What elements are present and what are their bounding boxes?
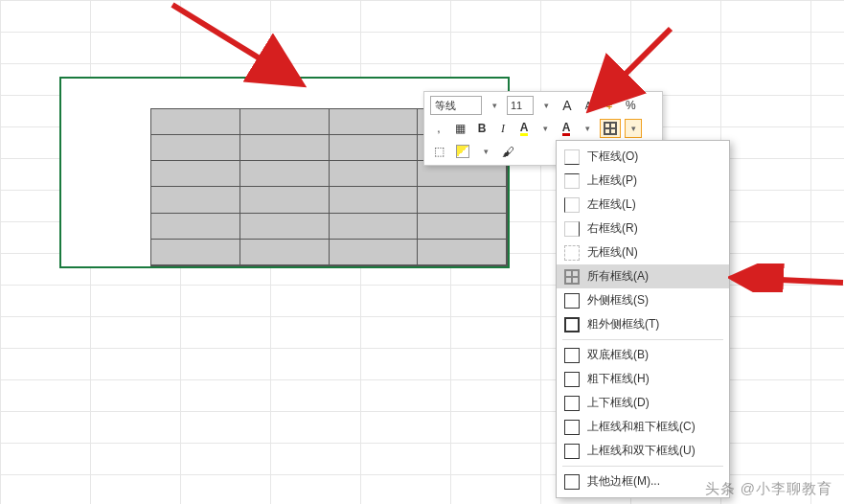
border-outside-icon — [564, 293, 580, 309]
font-color-button[interactable]: A — [558, 119, 575, 138]
menu-item-label: 粗外侧框线(T) — [587, 316, 659, 332]
menu-separator — [562, 339, 723, 340]
menu-item-topbottom[interactable]: 上下框线(D) — [557, 391, 729, 415]
fill-color-button[interactable] — [452, 142, 473, 161]
menu-item-none[interactable]: 无框线(N) — [557, 241, 729, 264]
menu-item-label: 右框线(R) — [587, 220, 638, 237]
highlight-dropdown-icon[interactable]: ▾ — [536, 119, 554, 138]
border-right-icon — [564, 221, 580, 237]
menu-item-thick[interactable]: 粗外侧框线(T) — [557, 312, 729, 336]
percent-button[interactable]: % — [622, 96, 640, 115]
bold-button[interactable]: B — [473, 119, 490, 138]
merge-button[interactable]: ⬚ — [430, 142, 448, 161]
border-top-icon — [564, 173, 580, 189]
menu-item-label: 上框线和双下框线(U) — [587, 443, 696, 459]
menu-item-right[interactable]: 右框线(R) — [557, 217, 729, 241]
menu-item-label: 下框线(O) — [587, 149, 638, 165]
border-topbottom-icon — [564, 396, 580, 411]
menu-item-topthickbottom[interactable]: 上框线和粗下框线(C) — [557, 415, 729, 439]
menu-item-label: 上框线(P) — [587, 172, 637, 189]
menu-item-label: 粗下框线(H) — [587, 371, 650, 387]
border-thick-icon — [564, 317, 580, 332]
menu-item-label: 上框线和粗下框线(C) — [587, 419, 696, 435]
menu-item-bottom[interactable]: 下框线(O) — [557, 145, 729, 169]
menu-item-label: 其他边框(M)... — [587, 473, 660, 490]
font-size-dropdown-icon[interactable]: ▾ — [537, 96, 555, 115]
shrink-font-button[interactable]: A — [580, 96, 597, 115]
font-name-dropdown-icon[interactable]: ▾ — [486, 96, 503, 115]
menu-item-label: 外侧框线(S) — [587, 292, 649, 309]
borders-button[interactable] — [600, 119, 621, 138]
menu-item-label: 上下框线(D) — [587, 395, 650, 411]
menu-item-label: 双底框线(B) — [587, 347, 649, 363]
borders-dropdown-menu: 下框线(O)上框线(P)左框线(L)右框线(R)无框线(N)所有框线(A)外侧框… — [556, 140, 730, 498]
border-grid-icon — [604, 122, 617, 135]
menu-item-label: 所有框线(A) — [587, 268, 649, 285]
menu-item-top[interactable]: 上框线(P) — [557, 169, 729, 193]
watermark-text: 头条 @小李聊教育 — [705, 480, 833, 498]
border-none-icon — [564, 245, 580, 261]
fill-color-dropdown-icon[interactable]: ▾ — [477, 142, 494, 161]
paint-bucket-icon — [456, 145, 469, 158]
decimal-button[interactable]: ▦ — [451, 119, 469, 138]
menu-separator — [562, 466, 723, 467]
border-more-icon — [564, 474, 580, 490]
comma-button[interactable]: , — [430, 119, 447, 138]
menu-item-all[interactable]: 所有框线(A) — [557, 264, 729, 288]
font-size-select[interactable]: 11 — [507, 96, 534, 115]
border-dblbottom-icon — [564, 348, 580, 363]
italic-button[interactable]: I — [494, 119, 512, 138]
borders-dropdown-icon[interactable]: ▾ — [625, 119, 642, 138]
font-color-dropdown-icon[interactable]: ▾ — [579, 119, 596, 138]
font-name-select[interactable]: 等线 — [430, 96, 482, 115]
menu-item-outside[interactable]: 外侧框线(S) — [557, 288, 729, 312]
currency-button[interactable]: ¥ — [601, 96, 618, 115]
menu-item-label: 无框线(N) — [587, 244, 638, 261]
menu-item-dblbottom[interactable]: 双底框线(B) — [557, 343, 729, 367]
menu-item-left[interactable]: 左框线(L) — [557, 193, 729, 217]
border-thickbottom-icon — [564, 372, 580, 387]
border-topdblbottom-icon — [564, 444, 580, 459]
border-all-icon — [564, 269, 580, 285]
menu-item-thickbottom[interactable]: 粗下框线(H) — [557, 367, 729, 391]
border-left-icon — [564, 197, 580, 213]
format-painter-button[interactable]: 🖌 — [498, 142, 518, 161]
border-topthickbottom-icon — [564, 420, 580, 435]
menu-item-topdblbottom[interactable]: 上框线和双下框线(U) — [557, 439, 729, 463]
border-bottom-icon — [564, 149, 580, 165]
grow-font-button[interactable]: A — [559, 96, 576, 115]
highlight-button[interactable]: A — [515, 119, 533, 138]
menu-item-label: 左框线(L) — [587, 196, 636, 213]
menu-item-more[interactable]: 其他边框(M)... — [557, 470, 729, 493]
